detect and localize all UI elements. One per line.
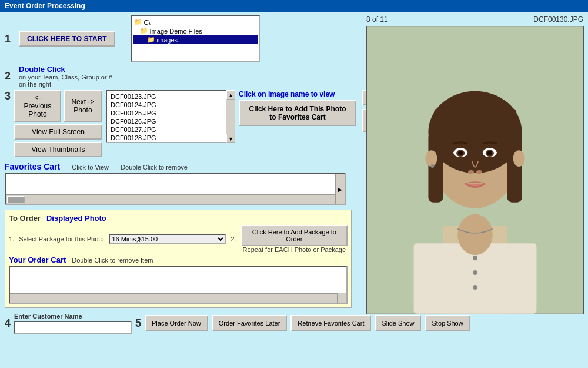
- svg-point-20: [425, 150, 437, 167]
- file-entry[interactable]: DCF00129.JPG: [108, 142, 233, 143]
- order-cart[interactable]: [9, 266, 348, 304]
- customer-label: Enter Customer Name: [14, 313, 132, 320]
- customer-name-section: Enter Customer Name: [14, 313, 132, 334]
- svg-point-6: [457, 214, 493, 256]
- step2-title: Double Click: [19, 65, 112, 74]
- step1-num: 1: [5, 33, 15, 45]
- svg-point-18: [468, 170, 474, 174]
- photo-info: 8 of 11 DCF00130.JPG: [366, 15, 583, 24]
- step2-sub2: on the right: [19, 81, 112, 88]
- svg-point-16: [458, 151, 463, 155]
- package-step-num: 1.: [9, 236, 14, 243]
- file-list-scrollbar[interactable]: ▲ ▼: [226, 90, 235, 143]
- order-favorites-button[interactable]: Order Favorites Later: [212, 315, 288, 331]
- file-entry[interactable]: DCF00125.JPG: [108, 109, 233, 117]
- package-select-label: Select Package for this Photo: [19, 236, 103, 243]
- favorites-hint-click: –Click to View: [68, 164, 109, 171]
- file-entry[interactable]: DCF00123.JPG: [108, 92, 233, 101]
- svg-point-19: [476, 170, 482, 174]
- nav-buttons: <- Previous Photo Next -> Photo: [14, 90, 102, 122]
- favorites-scroll-thumb[interactable]: [7, 196, 25, 203]
- svg-point-22: [430, 164, 434, 168]
- svg-rect-10: [428, 132, 443, 202]
- order-section: To Order Displayed Photo 1. Select Packa…: [5, 210, 352, 308]
- favorites-title: Favorites Cart: [5, 162, 60, 171]
- photo-position: 8 of 11: [366, 15, 388, 24]
- order-scrollbar-right[interactable]: [337, 293, 346, 303]
- file-entry[interactable]: DCF00128.JPG: [108, 134, 233, 142]
- favorites-hint-dblclick: –Double Click to remove: [117, 164, 188, 171]
- file-actions-col: Click on Image name to view Click Here t…: [239, 90, 356, 126]
- photo-display: [366, 26, 584, 314]
- step5-num: 5: [135, 317, 141, 330]
- your-order-section: Your Order Cart Double Click to remove I…: [9, 256, 348, 304]
- favorites-scroll-right[interactable]: ▶: [335, 174, 345, 204]
- step3-row: 3 <- Previous Photo Next -> Photo View F…: [5, 90, 357, 157]
- view-full-screen-button[interactable]: View Full Screen: [14, 124, 102, 140]
- file-list-container: DCF00123.JPGDCF00124.JPGDCF00125.JPGDCF0…: [106, 90, 235, 143]
- file-entry[interactable]: DCF00127.JPG: [108, 125, 233, 134]
- file-browser-folder[interactable]: 📁 Image Demo Files: [133, 26, 258, 35]
- svg-point-17: [487, 151, 492, 155]
- add-favorites-button[interactable]: Click Here to Add This Photo to Favorite…: [239, 100, 356, 126]
- favorites-scrollbar[interactable]: [6, 194, 335, 204]
- file-browser-selected[interactable]: 📁 images: [133, 35, 258, 44]
- order-title: To Order: [9, 214, 41, 223]
- repeat-hint: Repeat for EACH Photo or Package: [241, 246, 348, 253]
- step2-sub1: on your Team, Class, Group or #: [19, 74, 112, 81]
- svg-point-5: [473, 285, 477, 290]
- package-dropdown[interactable]: 16 Minis;$15.008x10;$20.005x7;$15.00Wall…: [109, 234, 226, 244]
- svg-rect-11: [507, 132, 522, 202]
- step2-num: 2: [5, 70, 15, 82]
- file-entry[interactable]: DCF00124.JPG: [108, 101, 233, 109]
- remove-hint: Double Click to remove Item: [72, 257, 153, 264]
- scroll-down-arrow[interactable]: ▼: [226, 134, 235, 143]
- package-select-row: 1. Select Package for this Photo 16 Mini…: [9, 225, 348, 253]
- svg-rect-9: [434, 109, 516, 135]
- step2-row: 2 Double Click on your Team, Class, Grou…: [5, 65, 357, 88]
- view-thumbnails-button[interactable]: View Thumbnails: [14, 142, 102, 157]
- customer-name-input[interactable]: [14, 321, 132, 334]
- right-panel: 8 of 11 DCF00130.JPG: [362, 12, 588, 368]
- prev-photo-button[interactable]: <- Previous Photo: [14, 90, 61, 122]
- file-browser[interactable]: 📁 C\ 📁 Image Demo Files 📁 images: [131, 15, 260, 62]
- title-label: Event Order Processing: [5, 2, 85, 10]
- displayed-photo-title: Displayed Photo: [46, 214, 106, 223]
- place-order-button[interactable]: Place Order Now: [145, 315, 208, 331]
- step1-row: 1 CLICK HERE TO START 📁 C\ 📁 Image Demo …: [5, 15, 357, 62]
- file-entry[interactable]: DCF00126.JPG: [108, 117, 233, 125]
- click-image-link[interactable]: Click on Image name to view: [239, 90, 335, 98]
- next-photo-button[interactable]: Next -> Photo: [64, 90, 102, 122]
- click-here-start-button[interactable]: CLICK HERE TO START: [19, 31, 115, 47]
- title-bar: Event Order Processing: [0, 0, 588, 12]
- file-list[interactable]: DCF00123.JPGDCF00124.JPGDCF00125.JPGDCF0…: [106, 90, 235, 143]
- step3-num: 3: [5, 90, 11, 102]
- svg-point-3: [473, 256, 477, 260]
- svg-point-4: [473, 270, 477, 275]
- order-scrollbar[interactable]: [10, 293, 337, 303]
- bottom-bar: 4 Enter Customer Name 5 Place Order Now …: [5, 313, 357, 334]
- photo-filename: DCF00130.JPG: [533, 15, 583, 24]
- favorites-list[interactable]: ▶: [5, 173, 346, 205]
- scroll-up-arrow[interactable]: ▲: [226, 90, 235, 100]
- retrieve-favorites-button[interactable]: Retrieve Favorites Cart: [290, 315, 371, 331]
- svg-point-21: [513, 150, 524, 167]
- add-package-num: 2.: [231, 236, 236, 243]
- your-order-title: Your Order Cart: [9, 256, 66, 264]
- file-browser-root[interactable]: 📁 C\: [133, 18, 258, 26]
- add-package-button[interactable]: Click Here to Add Package to Order: [241, 225, 348, 246]
- step4-num: 4: [5, 317, 11, 330]
- favorites-section: Favorites Cart –Click to View –Double Cl…: [5, 162, 357, 205]
